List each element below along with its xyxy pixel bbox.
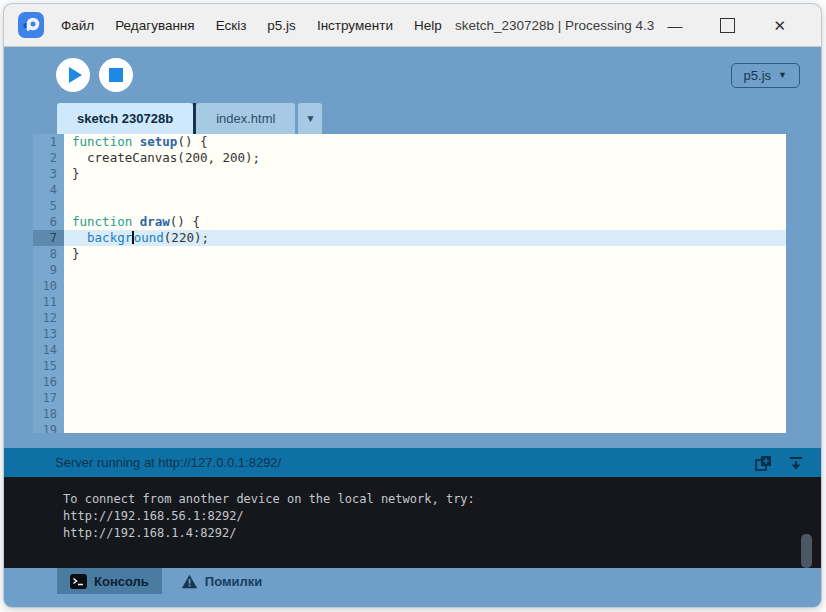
code-text[interactable]: [64, 422, 786, 433]
line-number: 7: [33, 230, 64, 246]
menu-item-1[interactable]: Редагування: [115, 18, 194, 33]
code-token: [72, 230, 87, 245]
code-line[interactable]: 11: [33, 294, 786, 310]
frame-gap: [4, 433, 821, 448]
tab-console[interactable]: Консоль: [57, 568, 162, 594]
line-number: 2: [33, 150, 64, 166]
code-line[interactable]: 3}: [33, 166, 786, 182]
line-number: 6: [33, 214, 64, 230]
minimize-icon[interactable]: —: [667, 18, 682, 33]
console-scrollbar-thumb[interactable]: [801, 534, 812, 568]
code-text[interactable]: [64, 374, 786, 390]
code-line[interactable]: 4: [33, 182, 786, 198]
code-text[interactable]: function setup() {: [64, 134, 786, 150]
editor-tab-bar: sketch 230728bindex.html ▼: [4, 103, 821, 134]
code-line[interactable]: 10: [33, 278, 786, 294]
server-status-bar: Server running at http://127.0.0.1:8292/: [4, 448, 821, 477]
line-number: 13: [33, 326, 64, 342]
code-token: createCanvas(200, 200);: [72, 150, 260, 165]
code-token: ound: [134, 230, 164, 245]
copy-plus-icon[interactable]: [753, 453, 773, 473]
window-controls: — ✕: [667, 18, 786, 33]
editor-tab-1[interactable]: index.html: [196, 103, 295, 134]
mode-selector-button[interactable]: p5.js ▼: [731, 63, 800, 88]
line-number: 1: [33, 134, 64, 150]
title-bar: ФайлРедагуванняЕскізp5.jsІнструментиHelp…: [4, 4, 821, 47]
code-text[interactable]: [64, 294, 786, 310]
code-line[interactable]: 5: [33, 198, 786, 214]
code-text[interactable]: [64, 182, 786, 198]
code-token: }: [72, 246, 80, 261]
code-line[interactable]: 19: [33, 422, 786, 433]
code-line[interactable]: 9: [33, 262, 786, 278]
menu-item-0[interactable]: Файл: [61, 18, 94, 33]
warning-icon: [181, 574, 198, 589]
bottom-tab-bar: Консоль Помилки: [4, 568, 821, 594]
line-number: 3: [33, 166, 64, 182]
code-line[interactable]: 16: [33, 374, 786, 390]
code-text[interactable]: createCanvas(200, 200);: [64, 150, 786, 166]
menu-item-5[interactable]: Help: [414, 18, 442, 33]
maximize-icon[interactable]: [720, 18, 735, 33]
code-text[interactable]: [64, 406, 786, 422]
code-line[interactable]: 15: [33, 358, 786, 374]
code-line[interactable]: 13: [33, 326, 786, 342]
mode-label: p5.js: [744, 68, 771, 83]
code-line[interactable]: 12: [33, 310, 786, 326]
chevron-down-icon: ▼: [305, 113, 315, 124]
code-token: (220);: [164, 230, 209, 245]
code-text[interactable]: [64, 198, 786, 214]
status-bar-icons: [753, 453, 805, 473]
tab-errors-label: Помилки: [205, 574, 262, 589]
code-token: }: [72, 166, 80, 181]
editor-tab-0[interactable]: sketch 230728b: [57, 103, 193, 134]
code-token: function: [72, 134, 140, 149]
code-token: draw: [140, 214, 170, 229]
menu-item-3[interactable]: p5.js: [267, 18, 296, 33]
code-line[interactable]: 6function draw() {: [33, 214, 786, 230]
line-number: 17: [33, 390, 64, 406]
code-text[interactable]: background(220);: [64, 230, 786, 246]
line-number: 11: [33, 294, 64, 310]
chevron-down-icon: ▼: [778, 70, 787, 80]
line-number: 16: [33, 374, 64, 390]
line-number: 9: [33, 262, 64, 278]
code-text[interactable]: }: [64, 166, 786, 182]
code-line[interactable]: 8}: [33, 246, 786, 262]
menu-item-4[interactable]: Інструменти: [317, 18, 393, 33]
code-text[interactable]: [64, 342, 786, 358]
toolbar: p5.js ▼: [4, 47, 821, 103]
code-text[interactable]: [64, 358, 786, 374]
line-number: 14: [33, 342, 64, 358]
console-line: http://192.168.56.1:8292/: [63, 508, 791, 525]
code-line[interactable]: 2 createCanvas(200, 200);: [33, 150, 786, 166]
code-line[interactable]: 1function setup() {: [33, 134, 786, 150]
code-text[interactable]: [64, 262, 786, 278]
code-line[interactable]: 14: [33, 342, 786, 358]
code-text[interactable]: function draw() {: [64, 214, 786, 230]
line-number: 5: [33, 198, 64, 214]
tab-menu-button[interactable]: ▼: [298, 103, 322, 134]
code-text[interactable]: [64, 390, 786, 406]
code-line[interactable]: 17: [33, 390, 786, 406]
server-status-text: Server running at http://127.0.0.1:8292/: [55, 455, 281, 470]
processing-p5-logo-icon: [18, 12, 44, 38]
terminal-icon: [70, 574, 87, 589]
close-icon[interactable]: ✕: [773, 18, 786, 33]
code-text[interactable]: [64, 278, 786, 294]
code-line[interactable]: 18: [33, 406, 786, 422]
tab-errors[interactable]: Помилки: [168, 568, 275, 594]
line-number: 15: [33, 358, 64, 374]
code-text[interactable]: [64, 326, 786, 342]
code-text[interactable]: [64, 310, 786, 326]
stop-button[interactable]: [99, 58, 133, 92]
line-number: 19: [33, 422, 64, 433]
code-line[interactable]: 7 background(220);: [33, 230, 786, 246]
code-editor[interactable]: 1function setup() {2 createCanvas(200, 2…: [33, 134, 786, 433]
scroll-to-bottom-icon[interactable]: [787, 454, 805, 472]
processing-ide-window: ФайлРедагуванняЕскізp5.jsІнструментиHelp…: [4, 4, 821, 607]
run-button[interactable]: [56, 58, 90, 92]
menu-item-2[interactable]: Ескіз: [216, 18, 247, 33]
play-icon: [69, 67, 82, 83]
code-text[interactable]: }: [64, 246, 786, 262]
